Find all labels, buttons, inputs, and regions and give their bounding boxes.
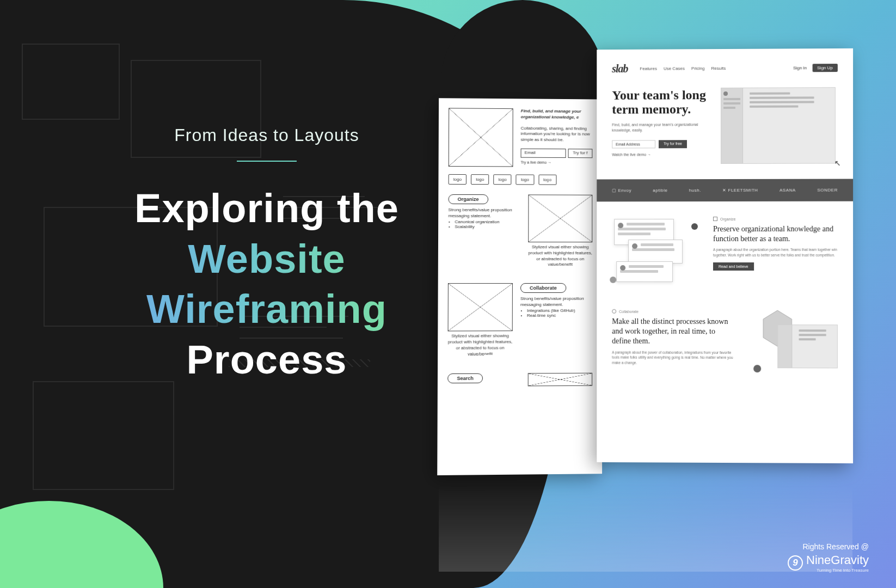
brand-name: NineGravity xyxy=(806,553,869,567)
hifi-nav: slab Features Use Cases Pricing Results … xyxy=(612,62,838,75)
placeholder-image-icon xyxy=(449,108,513,167)
brand-row: 9 NineGravity Turning Time Into Treasure xyxy=(788,553,869,573)
list-item: Scalability xyxy=(455,224,520,229)
styled-caption: Stylized visual either showing product w… xyxy=(528,244,592,268)
mockup-panels: Find, build, and manage your organizatio… xyxy=(439,49,852,485)
ninegravity-logo-icon: 9 xyxy=(788,555,803,571)
search-block: Search xyxy=(447,373,520,387)
brand-logo: ▢ Envoy xyxy=(612,188,631,193)
placeholder-image-icon xyxy=(528,373,592,387)
signin-link: Sign In xyxy=(793,65,807,70)
divider-rule xyxy=(237,161,297,162)
demo-link: Watch the live demo → xyxy=(612,152,710,156)
pretitle: From Ideas to Layouts xyxy=(93,125,441,145)
collaborate-icon xyxy=(612,309,616,314)
decorative-dot-icon xyxy=(691,223,698,230)
hero-left: Your team's long term memory. Find, buil… xyxy=(612,88,710,164)
feature-text: Organize Preserve organizational knowled… xyxy=(713,217,838,287)
hero-body: Collaborating, sharing, and finding info… xyxy=(521,126,590,143)
h1-line-2: term memory. xyxy=(612,102,691,117)
title-line-3: Process xyxy=(187,337,347,382)
feature-heading: Make all the distinct processes known an… xyxy=(612,317,736,347)
feature-tag: Organize xyxy=(713,217,838,221)
email-input: Email xyxy=(521,149,566,158)
slab-logo: slab xyxy=(612,63,628,75)
hifi-hero: Your team's long term memory. Find, buil… xyxy=(612,87,838,164)
nav-right: Sign In Sign Up xyxy=(793,64,838,72)
nav-link: Use Cases xyxy=(664,66,685,71)
logo-box: logo xyxy=(471,174,489,185)
footer-credit: Rights Reserved @ 9 NineGravity Turning … xyxy=(788,542,869,573)
organize-icon xyxy=(713,217,717,221)
nav-links: Features Use Cases Pricing Results xyxy=(640,66,726,71)
card xyxy=(616,261,673,282)
feature-heading: Preserve organizational knowledge and fu… xyxy=(713,224,838,244)
hero-h1: Your team's long term memory. xyxy=(612,88,710,117)
hero-screenshot-wrap: ↖ xyxy=(721,87,836,164)
feature-text: Collaborate Make all the distinct proces… xyxy=(612,309,736,370)
list-item: Canonical organization xyxy=(455,219,520,224)
feature-illustration xyxy=(612,217,699,287)
feature-body: A paragraph about the power of collabora… xyxy=(612,350,736,366)
feature-button: Read and believe xyxy=(713,262,754,271)
feature-illustration-2 xyxy=(750,309,838,370)
brand-logo: ✕ FLEETSMITH xyxy=(722,188,758,193)
cursor-icon: ↖ xyxy=(834,158,841,168)
logo-row: logo logo logo logo logo xyxy=(449,174,593,185)
brand-logo: aptible xyxy=(653,188,667,193)
collab-bullets: Integrations (like GitHub) Real-time syn… xyxy=(527,308,592,318)
feature-organize: Organize Preserve organizational knowled… xyxy=(612,217,838,287)
brand-tagline: Turning Time Into Treasure xyxy=(806,568,869,573)
rights-reserved: Rights Reserved @ xyxy=(788,542,869,551)
nav-link: Features xyxy=(640,66,657,71)
placeholder-image-icon xyxy=(528,194,592,242)
list-item: Integrations (like GitHub) xyxy=(527,308,592,313)
brand-logo: ASANA xyxy=(780,188,796,193)
logo-box: logo xyxy=(493,174,511,185)
card xyxy=(628,240,683,264)
demo-link: Try a live demo → xyxy=(521,160,593,165)
hifi-panel: slab Features Use Cases Pricing Results … xyxy=(597,48,853,463)
logo-box: logo xyxy=(449,174,467,185)
organize-pill: Organize xyxy=(448,194,488,204)
wireframe-panel: Find, build, and manage your organizatio… xyxy=(437,98,602,475)
headline-block: From Ideas to Layouts Exploring the Webs… xyxy=(93,125,441,385)
hero-cta: Email Address Try for free xyxy=(612,140,710,148)
organize-body: Strong benefits/value proposition messag… xyxy=(448,207,520,219)
h1-line-1: Your team's long xyxy=(612,88,706,102)
hero-text: Find, build, and manage your organizatio… xyxy=(520,108,592,167)
styled-caption-2: Stylized visual either showing product w… xyxy=(447,333,512,357)
feature-tag: Collaborate xyxy=(612,309,736,314)
screenshot-sidebar xyxy=(721,88,743,163)
brand-logo: SONDER xyxy=(817,188,837,193)
signup-button: Sign Up xyxy=(812,64,838,72)
decorative-dot-icon xyxy=(610,277,616,283)
title-line-2-gradient: Website Wireframing xyxy=(93,234,441,335)
try-button: Try for f xyxy=(568,149,592,158)
search-pill: Search xyxy=(447,373,483,383)
decorative-dot-icon xyxy=(753,365,761,372)
brand-band: ▢ Envoy aptible hush. ✕ FLEETSMITH ASANA… xyxy=(597,179,853,202)
try-button: Try for free xyxy=(659,140,687,149)
nav-link: Pricing xyxy=(691,66,704,71)
nav-link: Results xyxy=(711,66,726,71)
hero-bold: Find, build, and manage your organizatio… xyxy=(521,108,581,119)
hero-sub: Find, build, and manage your team's orga… xyxy=(612,122,710,133)
email-input: Email Address xyxy=(612,140,655,149)
title-line-1: Exploring the xyxy=(134,186,399,231)
logo-box: logo xyxy=(516,174,534,185)
list-item: Real-time sync xyxy=(527,313,592,318)
collaborate-block: Collaborate Strong benefits/value propos… xyxy=(520,283,593,357)
feature-collaborate: Collaborate Make all the distinct proces… xyxy=(612,309,838,371)
organize-block: Organize Strong benefits/value propositi… xyxy=(448,194,520,268)
logo-box: logo xyxy=(538,175,556,185)
screenshot-content xyxy=(745,88,835,114)
brand-logo: hush. xyxy=(689,188,701,193)
organize-bullets: Canonical organization Scalability xyxy=(455,219,520,229)
feature-body: A paragraph about the organization porti… xyxy=(713,247,838,258)
styled-visual-block-2: Stylized visual either showing product w… xyxy=(447,283,513,357)
placeholder-image-icon xyxy=(448,283,513,331)
collab-body: Strong benefits/value proposition messag… xyxy=(520,296,592,308)
app-screenshot-small xyxy=(777,324,838,368)
app-screenshot xyxy=(721,87,836,164)
